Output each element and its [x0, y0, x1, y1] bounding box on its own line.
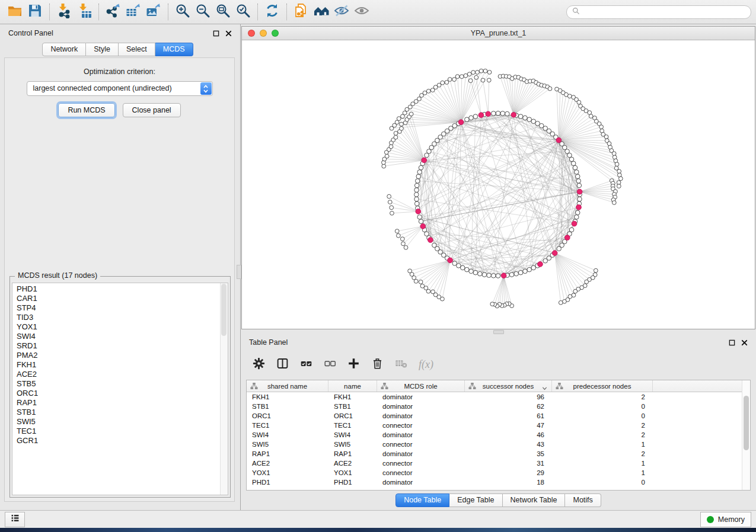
- network-leaf-node[interactable]: [617, 169, 621, 174]
- save-button[interactable]: [25, 2, 45, 21]
- network-hub-node[interactable]: [486, 111, 491, 117]
- mcds-node-item[interactable]: STB5: [12, 379, 228, 389]
- table-row[interactable]: FKH1FKH1dominator962: [247, 392, 750, 402]
- mcds-result-list[interactable]: PHD1CAR1STP4TID3YOX1SWI4SRD1PMA2FKH1ACE2…: [12, 283, 228, 495]
- network-node[interactable]: [414, 188, 419, 193]
- network-leaf-node[interactable]: [387, 194, 391, 198]
- network-node[interactable]: [518, 270, 523, 275]
- mcds-node-item[interactable]: SWI4: [12, 332, 228, 341]
- network-node[interactable]: [567, 153, 572, 158]
- mcds-node-item[interactable]: TEC1: [12, 427, 228, 436]
- mcds-node-item[interactable]: SWI5: [12, 417, 228, 427]
- mcds-node-item[interactable]: TID3: [12, 313, 228, 322]
- network-node[interactable]: [575, 170, 579, 175]
- network-leaf-node[interactable]: [409, 112, 413, 116]
- network-node[interactable]: [523, 116, 528, 120]
- network-node[interactable]: [527, 267, 532, 272]
- criterion-dropdown[interactable]: largest connected component (undirected): [27, 81, 213, 96]
- column-layout-button[interactable]: [276, 357, 289, 372]
- table-row[interactable]: ACE2ACE2connector311: [247, 459, 750, 468]
- network-node[interactable]: [514, 271, 519, 276]
- table-row[interactable]: SWI4SWI4dominator462: [247, 430, 750, 440]
- network-hub-node[interactable]: [552, 251, 557, 256]
- network-hub-node[interactable]: [422, 158, 427, 163]
- network-leaf-node[interactable]: [400, 127, 404, 131]
- deselect-all-button[interactable]: [324, 357, 336, 372]
- network-leaf-node[interactable]: [474, 75, 479, 79]
- network-leaf-node[interactable]: [390, 211, 394, 215]
- mcds-node-item[interactable]: CAR1: [12, 294, 228, 303]
- table-row[interactable]: YOX1YOX1connector291: [247, 468, 750, 477]
- network-leaf-node[interactable]: [467, 72, 471, 76]
- network-leaf-node[interactable]: [420, 284, 425, 288]
- network-node[interactable]: [491, 274, 496, 278]
- network-node[interactable]: [577, 183, 582, 188]
- network-node[interactable]: [416, 174, 421, 179]
- network-node[interactable]: [465, 117, 470, 122]
- table-row[interactable]: RAP1RAP1dominator352: [247, 449, 750, 459]
- tab-node-table[interactable]: Node Table: [395, 493, 449, 507]
- network-node[interactable]: [531, 119, 536, 124]
- network-leaf-node[interactable]: [567, 94, 572, 98]
- network-node[interactable]: [425, 232, 429, 236]
- network-node[interactable]: [452, 261, 457, 266]
- network-hub-node[interactable]: [576, 204, 582, 210]
- network-leaf-node[interactable]: [615, 162, 619, 166]
- network-leaf-node[interactable]: [400, 237, 404, 241]
- close-table-panel-icon[interactable]: [741, 339, 748, 346]
- network-leaf-node[interactable]: [599, 125, 604, 129]
- float-table-panel-icon[interactable]: [729, 339, 735, 346]
- network-node[interactable]: [509, 273, 514, 277]
- network-node[interactable]: [487, 273, 492, 278]
- tab-network[interactable]: Network: [42, 43, 86, 56]
- network-hub-node[interactable]: [428, 238, 433, 243]
- select-all-button[interactable]: [300, 357, 312, 372]
- network-node[interactable]: [417, 170, 422, 175]
- network-leaf-node[interactable]: [464, 73, 468, 78]
- network-node[interactable]: [478, 271, 483, 276]
- zoom-out-button[interactable]: [193, 2, 213, 21]
- network-leaf-node[interactable]: [417, 97, 422, 101]
- network-from-selection-button[interactable]: [291, 2, 311, 21]
- network-leaf-node[interactable]: [548, 86, 552, 91]
- network-node[interactable]: [505, 111, 510, 116]
- table-row[interactable]: TEC1TEC1connector472: [247, 421, 750, 430]
- mcds-node-item[interactable]: YOX1: [12, 322, 228, 332]
- tab-edge-table[interactable]: Edge Table: [449, 493, 502, 507]
- network-leaf-node[interactable]: [612, 152, 616, 156]
- network-leaf-node[interactable]: [573, 289, 578, 293]
- table-row[interactable]: STB1STB1dominator620: [247, 402, 750, 411]
- network-hub-node[interactable]: [416, 209, 421, 214]
- add-row-button[interactable]: [347, 357, 360, 372]
- horizontal-splitter[interactable]: [241, 329, 756, 335]
- mcds-node-item[interactable]: SRD1: [12, 341, 228, 351]
- network-hub-node[interactable]: [511, 112, 516, 117]
- network-node[interactable]: [414, 193, 419, 197]
- network-node[interactable]: [417, 215, 422, 220]
- network-leaf-node[interactable]: [452, 78, 457, 82]
- network-hub-node[interactable]: [501, 273, 506, 278]
- network-node[interactable]: [531, 265, 536, 270]
- network-node[interactable]: [465, 267, 470, 272]
- network-leaf-node[interactable]: [479, 69, 483, 73]
- tab-mcds[interactable]: MCDS: [155, 43, 193, 56]
- network-hub-node[interactable]: [538, 262, 543, 267]
- network-node[interactable]: [414, 197, 419, 201]
- network-leaf-node[interactable]: [585, 280, 589, 284]
- mcds-node-item[interactable]: GCR1: [12, 436, 228, 446]
- network-graph[interactable]: [242, 40, 755, 329]
- tab-network-table[interactable]: Network Table: [503, 493, 566, 507]
- network-leaf-node[interactable]: [559, 300, 563, 305]
- network-leaf-node[interactable]: [390, 206, 394, 210]
- network-leaf-node[interactable]: [577, 100, 581, 104]
- search-box[interactable]: [566, 5, 751, 19]
- vertical-splitter-grip[interactable]: [237, 265, 241, 279]
- network-leaf-node[interactable]: [617, 184, 621, 188]
- network-node[interactable]: [460, 265, 465, 270]
- network-leaf-node[interactable]: [395, 120, 399, 124]
- network-leaf-node[interactable]: [419, 280, 423, 284]
- network-leaf-node[interactable]: [382, 164, 386, 168]
- export-network-button[interactable]: [103, 2, 123, 21]
- network-node[interactable]: [419, 219, 423, 224]
- table-row[interactable]: SWI5SWI5connector431: [247, 440, 750, 449]
